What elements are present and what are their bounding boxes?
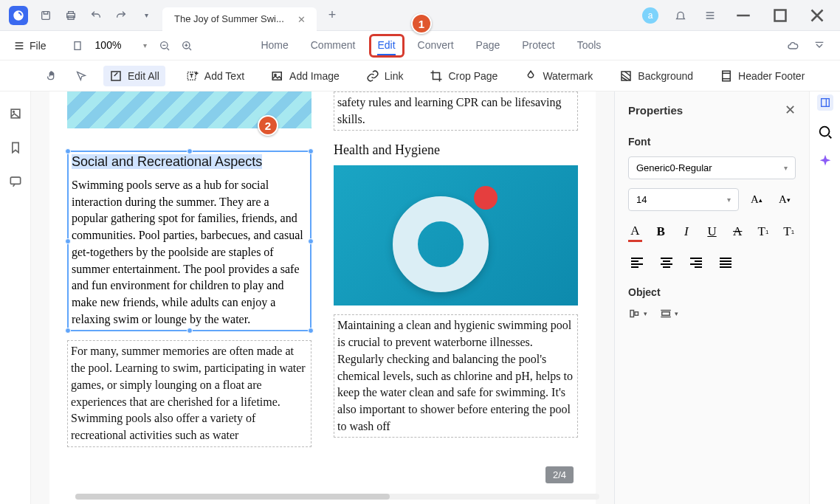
edit-all-icon [109, 69, 123, 83]
crop-icon [430, 69, 443, 83]
tab-home[interactable]: Home [261, 36, 288, 55]
collapse-ribbon-icon[interactable] [812, 38, 827, 53]
object-align-dropdown[interactable]: ▾ [628, 307, 647, 320]
search-rail-icon[interactable] [817, 124, 833, 140]
svg-rect-15 [10, 177, 20, 184]
crop-page-button[interactable]: Crop Page [424, 66, 503, 86]
horizontal-scrollbar[interactable] [75, 494, 599, 500]
link-icon [366, 69, 379, 83]
comments-icon[interactable] [8, 174, 23, 189]
document-tab[interactable]: The Joy of Summer Swi... ✕ [162, 7, 317, 31]
subscript-icon[interactable]: T1 [782, 221, 796, 242]
svg-rect-9 [272, 72, 281, 80]
app-logo[interactable] [9, 6, 28, 25]
tab-protect[interactable]: Protect [522, 36, 554, 55]
font-size-select[interactable]: 14 [628, 188, 739, 211]
strikethrough-icon[interactable]: A [731, 221, 745, 242]
heading-health[interactable]: Health and Hygiene [334, 142, 578, 158]
document-page: Social and Recreational Aspects Swimming… [49, 92, 596, 504]
background-button[interactable]: Background [613, 66, 699, 86]
page-view-icon[interactable] [70, 38, 85, 53]
watermark-icon [524, 69, 537, 83]
add-image-icon [271, 69, 284, 83]
superscript-icon[interactable]: T1 [757, 221, 771, 242]
align-right-icon[interactable] [687, 254, 705, 272]
properties-panel: Properties ✕ Font Generic0-Regular 14 A▴… [614, 92, 809, 504]
tab-tools[interactable]: Tools [577, 36, 602, 55]
paragraph-memories[interactable]: For many, summer memories are often made… [67, 340, 311, 446]
cloud-icon[interactable] [785, 38, 800, 53]
menu-icon[interactable] [703, 8, 717, 23]
close-icon[interactable]: ✕ [297, 14, 308, 24]
bell-icon[interactable] [673, 8, 688, 23]
header-footer-button[interactable]: Header Footer [714, 66, 810, 86]
svg-point-14 [13, 111, 14, 113]
ai-rail-icon[interactable] [817, 153, 833, 170]
svg-rect-17 [635, 312, 638, 316]
font-color-icon[interactable]: A [628, 221, 642, 242]
tab-edit[interactable]: Edit [377, 36, 395, 55]
zoom-in-icon[interactable] [179, 38, 194, 53]
svg-rect-3 [775, 10, 786, 21]
print-icon[interactable] [63, 8, 78, 23]
properties-rail-icon[interactable] [817, 94, 833, 111]
paragraph-hygiene[interactable]: Maintaining a clean and hygienic swimmin… [334, 314, 578, 438]
zoom-dropdown[interactable]: 100% [92, 38, 151, 53]
redo-icon[interactable] [114, 8, 128, 23]
close-button[interactable] [806, 4, 828, 27]
zoom-out-icon[interactable] [157, 38, 172, 53]
object-distribute-dropdown[interactable]: ▾ [659, 307, 678, 320]
add-text-button[interactable]: Add Text [180, 66, 250, 86]
minimize-button[interactable] [732, 4, 754, 27]
watermark-button[interactable]: Watermark [518, 66, 599, 86]
align-left-icon[interactable] [628, 254, 646, 272]
align-center-icon[interactable] [658, 254, 675, 272]
increase-font-icon[interactable]: A▴ [746, 190, 767, 210]
new-tab-button[interactable]: + [328, 7, 337, 23]
decrease-font-icon[interactable]: A▾ [774, 190, 795, 210]
svg-rect-18 [662, 312, 670, 316]
header-footer-icon [720, 69, 733, 83]
svg-rect-16 [630, 311, 634, 317]
heading-social[interactable]: Social and Recreational Aspects [72, 154, 307, 170]
font-section-label: Font [628, 136, 796, 148]
properties-title: Properties [628, 104, 683, 117]
select-tool-icon[interactable] [74, 69, 89, 83]
tab-convert[interactable]: Convert [418, 36, 454, 55]
svg-rect-7 [111, 72, 120, 80]
hand-tool-icon[interactable] [44, 69, 59, 83]
svg-rect-19 [821, 99, 829, 107]
thumbnails-icon[interactable] [8, 106, 23, 121]
background-icon [619, 69, 633, 83]
user-avatar[interactable]: a [642, 7, 658, 24]
paragraph-social[interactable]: Swimming pools serve as a hub for social… [72, 177, 307, 328]
tab-page[interactable]: Page [476, 36, 500, 55]
italic-icon[interactable]: I [679, 221, 693, 242]
bold-icon[interactable]: B [654, 221, 668, 242]
tab-title: The Joy of Summer Swi... [174, 13, 284, 24]
document-image-pool[interactable] [334, 165, 578, 305]
paragraph-fragment-top[interactable]: safety rules and learning CPR can be lif… [334, 92, 578, 131]
chevron-down-icon[interactable]: ▾ [139, 8, 154, 23]
add-text-icon [186, 69, 199, 83]
edit-all-button[interactable]: Edit All [103, 66, 165, 86]
add-image-button[interactable]: Add Image [265, 66, 345, 86]
properties-close-icon[interactable]: ✕ [785, 102, 796, 118]
maximize-button[interactable] [769, 4, 791, 27]
underline-icon[interactable]: U [705, 221, 719, 242]
object-section-label: Object [628, 286, 796, 298]
link-button[interactable]: Link [360, 66, 410, 86]
document-image-beach[interactable] [67, 92, 311, 128]
tab-comment[interactable]: Comment [311, 36, 356, 55]
svg-rect-0 [42, 11, 50, 19]
svg-rect-4 [75, 41, 80, 49]
file-menu[interactable]: File [13, 40, 47, 52]
left-sidebar [0, 92, 31, 504]
font-family-select[interactable]: Generic0-Regular [628, 156, 796, 179]
save-icon[interactable] [38, 8, 53, 23]
align-justify-icon[interactable] [717, 254, 734, 272]
svg-rect-12 [723, 71, 731, 81]
bookmarks-icon[interactable] [8, 140, 23, 155]
undo-icon[interactable] [89, 8, 103, 23]
selected-text-box[interactable]: Social and Recreational Aspects Swimming… [67, 151, 311, 331]
